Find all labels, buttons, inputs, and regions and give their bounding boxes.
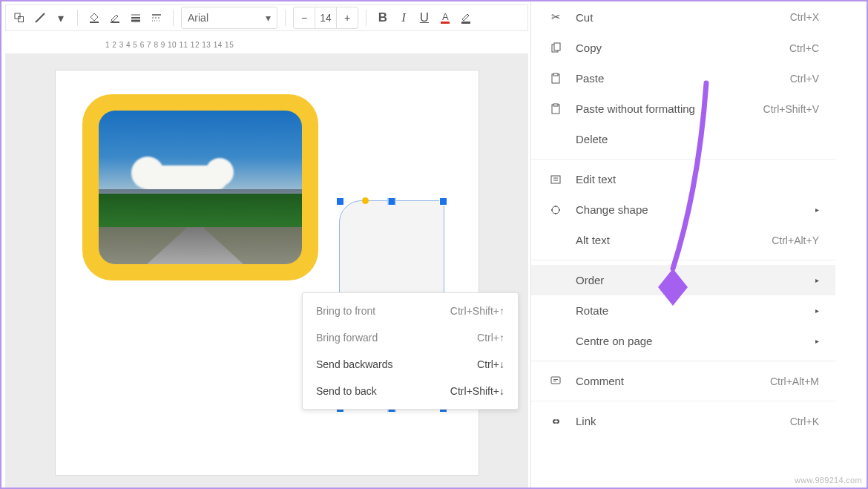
menu-item-label: Bring to front [316, 305, 375, 317]
menu-item-comment[interactable]: Comment Ctrl+Alt+M [531, 366, 835, 396]
menu-item-label: Copy [576, 42, 789, 54]
cut-icon: ✂ [548, 10, 564, 24]
menu-item-bring-to-front[interactable]: Bring to front Ctrl+Shift+↑ [303, 298, 518, 324]
menu-item-shortcut: Ctrl+↓ [477, 358, 504, 370]
menu-item-label: Edit text [576, 173, 819, 186]
separator [173, 10, 174, 26]
svg-rect-30 [553, 381, 556, 381]
text-color-icon[interactable]: A [436, 9, 454, 27]
chevron-down-icon: ▾ [266, 12, 271, 24]
watermark-text: www.989214.com [795, 476, 862, 485]
svg-rect-28 [551, 377, 560, 384]
menu-item-label: Order [576, 274, 809, 286]
menu-separator [531, 401, 835, 401]
menu-separator [531, 361, 835, 361]
font-size-decrease[interactable]: − [294, 12, 315, 24]
paste-icon [548, 73, 564, 85]
bold-button[interactable]: B [374, 9, 392, 27]
line-color-icon[interactable] [106, 9, 124, 27]
svg-rect-3 [90, 22, 99, 23]
font-family-value: Arial [188, 12, 208, 24]
menu-item-copy[interactable]: Copy Ctrl+C [531, 33, 835, 63]
menu-item-link[interactable]: Link Ctrl+K [531, 406, 835, 436]
menu-item-label: Send backwards [316, 358, 393, 370]
menu-item-send-backwards[interactable]: Send backwards Ctrl+↓ [303, 351, 518, 378]
submenu-arrow-icon: ▸ [815, 337, 819, 345]
italic-button[interactable]: I [395, 9, 412, 27]
svg-rect-29 [553, 379, 558, 380]
svg-point-27 [555, 213, 556, 214]
separator [77, 10, 78, 26]
menu-separator [531, 260, 835, 260]
menu-item-paste-plain[interactable]: Paste without formatting Ctrl+Shift+V [531, 93, 835, 124]
line-weight-icon[interactable] [127, 9, 145, 27]
font-family-select[interactable]: Arial ▾ [181, 7, 277, 29]
menu-item-shortcut: Ctrl+Shift+V [763, 103, 819, 115]
font-size-value[interactable]: 14 [315, 12, 336, 24]
link-icon [548, 416, 564, 427]
menu-separator [531, 159, 835, 160]
menu-item-label: Change shape [576, 203, 809, 216]
svg-rect-1 [19, 17, 24, 22]
toolbar: ▾ Arial ▾ − 14 + B I U A [5, 4, 528, 31]
submenu-arrow-icon: ▸ [815, 276, 819, 284]
menu-item-shortcut: Ctrl+K [790, 416, 819, 427]
select-tool-icon[interactable] [10, 9, 28, 27]
edit-text-icon [548, 174, 564, 186]
svg-point-25 [551, 209, 553, 211]
line-style-icon[interactable] [148, 9, 165, 27]
canvas-area[interactable] [5, 53, 528, 488]
resize-handle-top[interactable] [387, 197, 395, 206]
menu-item-paste[interactable]: Paste Ctrl+V [531, 63, 835, 93]
svg-line-2 [36, 13, 45, 22]
menu-item-centre-on-page[interactable]: Centre on page ▸ [531, 326, 835, 356]
menu-item-label: Alt text [576, 234, 772, 246]
svg-text:A: A [442, 11, 449, 22]
submenu-arrow-icon: ▸ [815, 206, 819, 214]
svg-rect-17 [553, 73, 558, 76]
font-size-stepper[interactable]: − 14 + [293, 7, 358, 29]
comment-icon [548, 375, 564, 387]
menu-item-alt-text[interactable]: Alt text Ctrl+Alt+Y [531, 225, 835, 255]
menu-item-shortcut: Ctrl+X [790, 11, 819, 23]
highlight-color-icon[interactable] [457, 9, 475, 27]
menu-item-label: Paste [576, 72, 790, 85]
app-window: ▾ Arial ▾ − 14 + B I U A 1 2 3 4 5 6 7 8… [0, 0, 868, 489]
drawing-page[interactable] [55, 70, 479, 476]
svg-rect-19 [553, 104, 558, 106]
font-size-increase[interactable]: + [337, 12, 358, 24]
resize-handle-top-right[interactable] [439, 197, 447, 206]
svg-rect-13 [461, 22, 470, 24]
menu-item-order[interactable]: Order ▸ [531, 265, 835, 295]
ruler-marks: 1 2 3 4 5 6 7 8 9 10 11 12 13 14 15 [105, 41, 234, 49]
menu-item-bring-forward[interactable]: Bring forward Ctrl+↑ [303, 324, 518, 351]
menu-item-label: Centre on page [576, 335, 809, 347]
underline-button[interactable]: U [415, 9, 433, 27]
menu-item-delete[interactable]: Delete [531, 124, 835, 154]
menu-item-label: Cut [576, 11, 790, 24]
svg-point-24 [555, 206, 556, 207]
rounded-rect-image-shape[interactable] [82, 94, 318, 280]
menu-item-shortcut: Ctrl+V [790, 73, 819, 85]
context-menu: ✂ Cut Ctrl+X Copy Ctrl+C Paste Ctrl+V Pa… [530, 1, 835, 488]
line-tool-icon[interactable] [31, 9, 49, 27]
svg-point-23 [552, 206, 559, 214]
order-submenu: Bring to front Ctrl+Shift+↑ Bring forwar… [302, 292, 519, 410]
svg-rect-15 [554, 43, 560, 50]
fill-color-icon[interactable] [85, 9, 103, 27]
change-shape-icon [548, 204, 564, 216]
svg-rect-20 [551, 176, 560, 183]
corner-radius-handle[interactable] [362, 197, 369, 204]
menu-item-edit-text[interactable]: Edit text [531, 164, 835, 194]
menu-item-change-shape[interactable]: Change shape ▸ [531, 194, 835, 225]
menu-item-label: Send to back [316, 385, 377, 397]
menu-item-shortcut: Ctrl+↑ [477, 332, 504, 344]
menu-item-cut[interactable]: ✂ Cut Ctrl+X [531, 1, 835, 33]
menu-item-send-to-back[interactable]: Send to back Ctrl+Shift+↓ [303, 378, 518, 404]
dropdown-arrow-icon[interactable]: ▾ [52, 9, 70, 27]
menu-item-rotate[interactable]: Rotate ▸ [531, 295, 835, 326]
menu-item-shortcut: Ctrl+Alt+M [770, 375, 819, 387]
resize-handle-top-left[interactable] [336, 197, 344, 206]
separator [285, 10, 286, 26]
submenu-arrow-icon: ▸ [815, 306, 819, 315]
